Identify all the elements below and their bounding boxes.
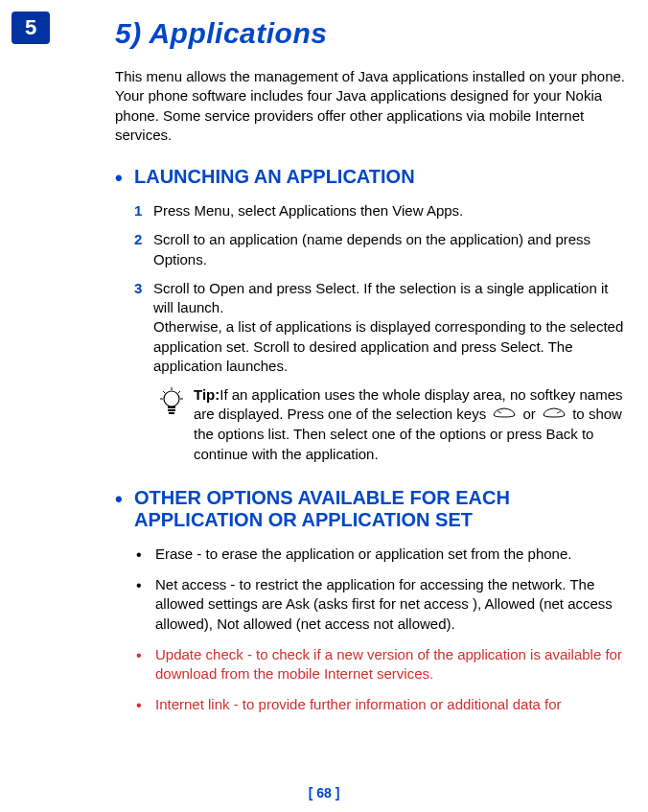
tip-text: Tip:If an application uses the whole dis…: [194, 385, 629, 464]
section-heading-other-options: OTHER OPTIONS AVAILABLE FOR EACH APPLICA…: [134, 487, 629, 531]
step-text: Scroll to Open and press Select. If the …: [153, 280, 623, 374]
svg-line-2: [163, 391, 165, 393]
bullet-item: Erase - to erase the application or appl…: [134, 545, 629, 564]
step-item: 3 Scroll to Open and press Select. If th…: [134, 279, 629, 376]
svg-line-10: [557, 411, 561, 413]
intro-paragraph: This menu allows the management of Java …: [115, 67, 629, 145]
tip-block: Tip:If an application uses the whole dis…: [159, 385, 629, 464]
svg-rect-8: [169, 412, 174, 414]
page-content: 5) Applications This menu allows the man…: [0, 0, 648, 715]
chapter-tab: 5: [12, 12, 50, 44]
step-number: 1: [134, 201, 142, 220]
tip-text-part2: or: [519, 406, 540, 422]
lightbulb-icon: [159, 387, 184, 422]
step-item: 1 Press Menu, select Applications then V…: [134, 201, 629, 220]
step-number: 3: [134, 279, 142, 298]
bullet-item: Net access - to restrict the application…: [134, 575, 629, 634]
bullet-item: Internet link - to provide further infor…: [134, 695, 629, 714]
svg-rect-6: [168, 406, 175, 408]
step-item: 2 Scroll to an application (name depends…: [134, 230, 629, 269]
svg-rect-7: [168, 409, 175, 411]
svg-line-9: [498, 411, 501, 413]
page-title: 5) Applications: [115, 17, 629, 50]
svg-line-3: [178, 391, 180, 393]
section-launching: LAUNCHING AN APPLICATION 1 Press Menu, s…: [134, 166, 629, 464]
section-other-options: OTHER OPTIONS AVAILABLE FOR EACH APPLICA…: [134, 487, 629, 715]
step-text: Scroll to an application (name depends o…: [153, 231, 590, 267]
step-number: 2: [134, 230, 142, 249]
selection-key-right-icon: [542, 406, 567, 425]
tip-label: Tip:: [194, 386, 220, 403]
bullet-item: Update check - to check if a new version…: [134, 645, 629, 684]
section-heading-launching: LAUNCHING AN APPLICATION: [134, 166, 629, 188]
step-text: Press Menu, select Applications then Vie…: [153, 202, 463, 219]
selection-key-left-icon: [492, 406, 517, 425]
page-number: [ 68 ]: [0, 785, 648, 800]
svg-point-0: [164, 391, 179, 406]
